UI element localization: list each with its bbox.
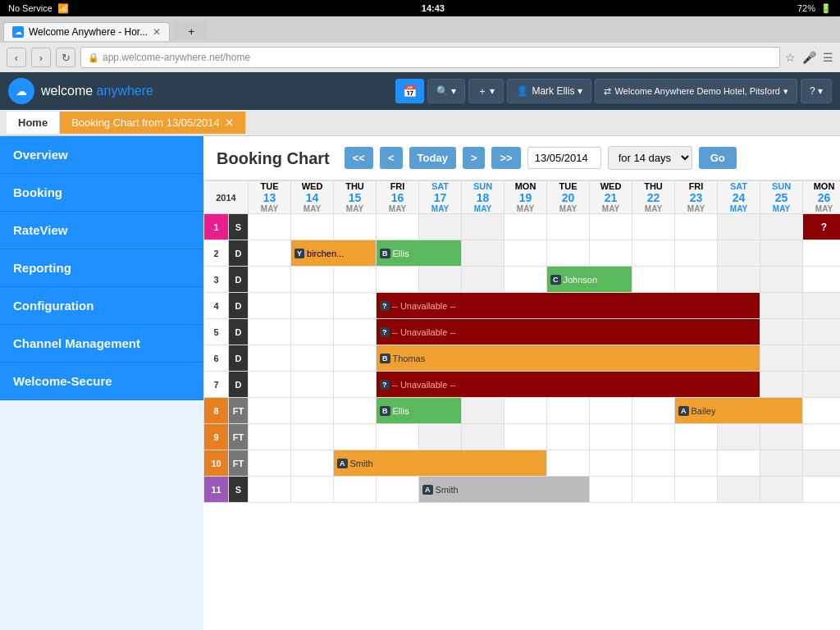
forward-button[interactable]: › <box>31 48 51 67</box>
cal-cell[interactable] <box>462 240 504 267</box>
help-button[interactable]: ? ▾ <box>801 79 832 103</box>
cal-cell[interactable] <box>462 424 504 450</box>
cal-cell[interactable] <box>675 477 718 503</box>
search-button[interactable]: 🔍 ▾ <box>427 79 465 103</box>
cal-cell[interactable] <box>803 424 841 450</box>
cal-cell-booking[interactable]: ? -- Unavailable -- <box>377 372 760 398</box>
cal-cell[interactable] <box>419 424 462 450</box>
cal-cell[interactable] <box>419 214 462 240</box>
cal-cell[interactable] <box>504 424 547 450</box>
cal-cell[interactable] <box>504 398 547 424</box>
hotel-button[interactable]: ⇄ Welcome Anywhere Demo Hotel, Pitsford … <box>595 79 797 103</box>
nav-last-button[interactable]: >> <box>491 147 520 169</box>
cal-cell-booking[interactable]: ? -- Unavailable -- <box>377 293 760 319</box>
address-bar[interactable]: 🔒 app.welcome-anywhere.net/home <box>80 47 780 68</box>
cal-cell[interactable] <box>249 477 291 503</box>
cal-cell[interactable] <box>547 450 590 477</box>
cal-cell[interactable] <box>803 450 841 477</box>
sidebar-item-overview[interactable]: Overview <box>0 136 203 174</box>
cal-cell[interactable] <box>590 450 632 477</box>
cal-cell[interactable] <box>291 319 334 345</box>
cal-cell[interactable] <box>547 398 590 424</box>
cal-cell[interactable] <box>632 398 675 424</box>
cal-cell[interactable] <box>291 267 334 293</box>
cal-cell-booking[interactable]: ? -- Unavailable -- <box>377 319 760 345</box>
nav-prev-button[interactable]: < <box>380 147 403 169</box>
cal-cell[interactable] <box>590 477 632 503</box>
tab-booking-chart[interactable]: Booking Chart from 13/05/2014 ✕ <box>60 112 246 134</box>
reload-button[interactable]: ↻ <box>56 48 75 67</box>
cal-cell[interactable] <box>675 450 718 477</box>
cal-cell-booking[interactable]: B Ellis <box>377 398 462 424</box>
cal-cell[interactable] <box>291 398 334 424</box>
cal-cell[interactable] <box>291 345 334 372</box>
cal-cell[interactable] <box>249 345 291 372</box>
tab-close-icon[interactable]: ✕ <box>225 116 234 129</box>
cal-cell[interactable] <box>760 424 803 450</box>
sidebar-item-reporting[interactable]: Reporting <box>0 249 203 287</box>
cal-cell[interactable] <box>547 214 590 240</box>
cal-cell[interactable] <box>334 398 377 424</box>
cal-cell-booking[interactable]: Y birchen... <box>291 240 377 267</box>
cal-cell[interactable] <box>718 214 760 240</box>
cal-cell[interactable] <box>419 267 462 293</box>
cal-cell[interactable] <box>718 424 760 450</box>
calendar-button[interactable]: 📅 <box>395 79 424 103</box>
cal-cell[interactable] <box>504 214 547 240</box>
cal-cell[interactable] <box>675 240 718 267</box>
cal-cell[interactable] <box>377 267 419 293</box>
tab-home[interactable]: Home <box>7 112 60 134</box>
cal-cell[interactable] <box>249 424 291 450</box>
cal-cell[interactable] <box>590 214 632 240</box>
cal-cell[interactable] <box>547 240 590 267</box>
cal-cell[interactable] <box>760 293 803 319</box>
nav-next-button[interactable]: > <box>463 147 486 169</box>
cal-cell[interactable] <box>718 450 760 477</box>
cal-cell[interactable] <box>718 477 760 503</box>
cal-cell[interactable] <box>291 372 334 398</box>
browser-tab[interactable]: ☁ Welcome Anywhere - Hor... ✕ <box>3 22 170 41</box>
cal-cell[interactable] <box>291 450 334 477</box>
cal-cell[interactable] <box>462 398 504 424</box>
cal-cell[interactable] <box>249 398 291 424</box>
cal-cell[interactable] <box>590 424 632 450</box>
cal-cell[interactable] <box>803 319 841 345</box>
cal-cell[interactable] <box>675 267 718 293</box>
mic-icon[interactable]: 🎤 <box>802 51 816 64</box>
cal-cell[interactable] <box>291 477 334 503</box>
user-button[interactable]: 👤 Mark Ellis ▾ <box>507 79 591 103</box>
go-button[interactable]: Go <box>699 147 737 169</box>
cal-cell[interactable] <box>249 372 291 398</box>
cal-cell[interactable] <box>718 240 760 267</box>
booking-unavail[interactable]: ? <box>803 216 840 238</box>
cal-cell[interactable] <box>760 240 803 267</box>
cal-cell[interactable] <box>632 240 675 267</box>
cal-cell-booking[interactable]: B Thomas <box>377 345 760 372</box>
cal-cell[interactable] <box>760 477 803 503</box>
cal-cell[interactable] <box>249 450 291 477</box>
cal-cell[interactable] <box>334 372 377 398</box>
cal-cell[interactable] <box>462 267 504 293</box>
nav-first-button[interactable]: << <box>345 147 373 169</box>
cal-cell[interactable] <box>504 240 547 267</box>
cal-cell[interactable] <box>760 319 803 345</box>
sidebar-item-configuration[interactable]: Configuration <box>0 287 203 325</box>
cal-cell[interactable] <box>632 477 675 503</box>
cal-cell[interactable] <box>291 293 334 319</box>
cal-cell[interactable] <box>632 214 675 240</box>
cal-cell[interactable] <box>760 345 803 372</box>
cal-cell[interactable] <box>803 240 841 267</box>
cal-cell[interactable] <box>249 214 291 240</box>
cal-cell[interactable] <box>803 293 841 319</box>
cal-cell[interactable] <box>760 214 803 240</box>
sidebar-item-welcome-secure[interactable]: Welcome-Secure <box>0 363 203 400</box>
cal-cell[interactable] <box>547 424 590 450</box>
cal-cell[interactable] <box>377 424 419 450</box>
cal-cell-booking[interactable]: A Smith <box>419 477 590 503</box>
cal-cell[interactable] <box>803 345 841 372</box>
cal-cell[interactable] <box>334 293 377 319</box>
cal-cell[interactable] <box>377 214 419 240</box>
cal-cell[interactable] <box>760 450 803 477</box>
menu-icon[interactable]: ☰ <box>823 51 833 64</box>
cal-cell-booking[interactable]: C Johnson <box>547 267 632 293</box>
